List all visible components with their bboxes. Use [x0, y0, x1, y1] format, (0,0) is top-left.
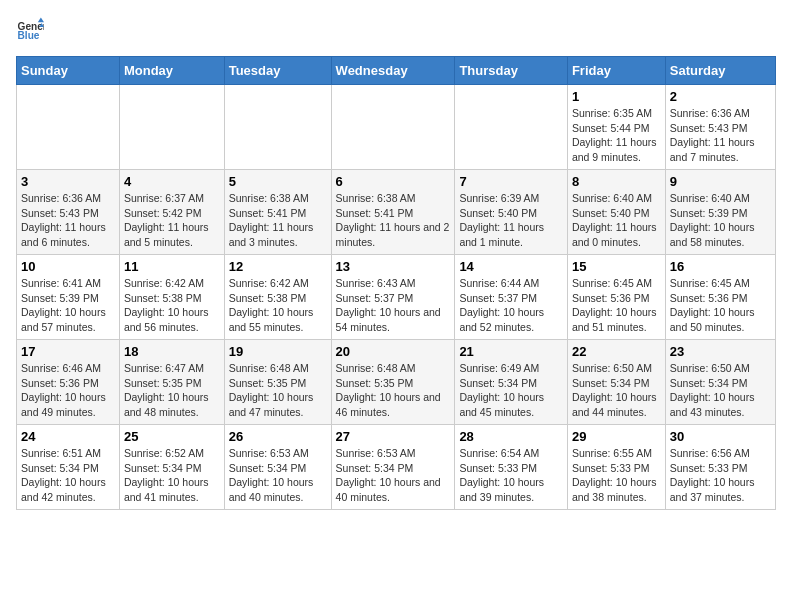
day-number: 29 [572, 429, 661, 444]
calendar-cell: 2Sunrise: 6:36 AM Sunset: 5:43 PM Daylig… [665, 85, 775, 170]
calendar-table: SundayMondayTuesdayWednesdayThursdayFrid… [16, 56, 776, 510]
calendar-cell: 18Sunrise: 6:47 AM Sunset: 5:35 PM Dayli… [119, 340, 224, 425]
calendar-week-row: 10Sunrise: 6:41 AM Sunset: 5:39 PM Dayli… [17, 255, 776, 340]
day-number: 28 [459, 429, 563, 444]
day-number: 24 [21, 429, 115, 444]
weekday-header-thursday: Thursday [455, 57, 568, 85]
calendar-cell: 27Sunrise: 6:53 AM Sunset: 5:34 PM Dayli… [331, 425, 455, 510]
weekday-header-sunday: Sunday [17, 57, 120, 85]
day-number: 9 [670, 174, 771, 189]
day-info: Sunrise: 6:50 AM Sunset: 5:34 PM Dayligh… [670, 361, 771, 420]
calendar-cell: 17Sunrise: 6:46 AM Sunset: 5:36 PM Dayli… [17, 340, 120, 425]
day-number: 1 [572, 89, 661, 104]
day-info: Sunrise: 6:38 AM Sunset: 5:41 PM Dayligh… [336, 191, 451, 250]
calendar-week-row: 3Sunrise: 6:36 AM Sunset: 5:43 PM Daylig… [17, 170, 776, 255]
day-number: 18 [124, 344, 220, 359]
calendar-cell: 6Sunrise: 6:38 AM Sunset: 5:41 PM Daylig… [331, 170, 455, 255]
day-info: Sunrise: 6:36 AM Sunset: 5:43 PM Dayligh… [670, 106, 771, 165]
day-info: Sunrise: 6:45 AM Sunset: 5:36 PM Dayligh… [670, 276, 771, 335]
calendar-cell: 10Sunrise: 6:41 AM Sunset: 5:39 PM Dayli… [17, 255, 120, 340]
calendar-cell [224, 85, 331, 170]
day-info: Sunrise: 6:47 AM Sunset: 5:35 PM Dayligh… [124, 361, 220, 420]
calendar-cell: 30Sunrise: 6:56 AM Sunset: 5:33 PM Dayli… [665, 425, 775, 510]
weekday-header-wednesday: Wednesday [331, 57, 455, 85]
day-number: 6 [336, 174, 451, 189]
day-number: 13 [336, 259, 451, 274]
day-info: Sunrise: 6:35 AM Sunset: 5:44 PM Dayligh… [572, 106, 661, 165]
day-info: Sunrise: 6:48 AM Sunset: 5:35 PM Dayligh… [229, 361, 327, 420]
day-number: 15 [572, 259, 661, 274]
day-info: Sunrise: 6:46 AM Sunset: 5:36 PM Dayligh… [21, 361, 115, 420]
logo-icon: General Blue [16, 16, 44, 44]
calendar-cell: 22Sunrise: 6:50 AM Sunset: 5:34 PM Dayli… [567, 340, 665, 425]
day-number: 14 [459, 259, 563, 274]
day-number: 2 [670, 89, 771, 104]
day-number: 7 [459, 174, 563, 189]
day-number: 27 [336, 429, 451, 444]
calendar-cell: 25Sunrise: 6:52 AM Sunset: 5:34 PM Dayli… [119, 425, 224, 510]
calendar-cell: 3Sunrise: 6:36 AM Sunset: 5:43 PM Daylig… [17, 170, 120, 255]
day-info: Sunrise: 6:39 AM Sunset: 5:40 PM Dayligh… [459, 191, 563, 250]
calendar-cell: 15Sunrise: 6:45 AM Sunset: 5:36 PM Dayli… [567, 255, 665, 340]
calendar-cell: 23Sunrise: 6:50 AM Sunset: 5:34 PM Dayli… [665, 340, 775, 425]
calendar-cell [119, 85, 224, 170]
calendar-cell: 1Sunrise: 6:35 AM Sunset: 5:44 PM Daylig… [567, 85, 665, 170]
day-number: 4 [124, 174, 220, 189]
day-info: Sunrise: 6:53 AM Sunset: 5:34 PM Dayligh… [229, 446, 327, 505]
day-number: 22 [572, 344, 661, 359]
day-info: Sunrise: 6:38 AM Sunset: 5:41 PM Dayligh… [229, 191, 327, 250]
day-number: 8 [572, 174, 661, 189]
calendar-cell [17, 85, 120, 170]
day-info: Sunrise: 6:44 AM Sunset: 5:37 PM Dayligh… [459, 276, 563, 335]
calendar-header: SundayMondayTuesdayWednesdayThursdayFrid… [17, 57, 776, 85]
day-info: Sunrise: 6:52 AM Sunset: 5:34 PM Dayligh… [124, 446, 220, 505]
day-number: 19 [229, 344, 327, 359]
day-number: 16 [670, 259, 771, 274]
calendar-cell: 20Sunrise: 6:48 AM Sunset: 5:35 PM Dayli… [331, 340, 455, 425]
weekday-header-tuesday: Tuesday [224, 57, 331, 85]
day-info: Sunrise: 6:43 AM Sunset: 5:37 PM Dayligh… [336, 276, 451, 335]
day-info: Sunrise: 6:55 AM Sunset: 5:33 PM Dayligh… [572, 446, 661, 505]
day-info: Sunrise: 6:45 AM Sunset: 5:36 PM Dayligh… [572, 276, 661, 335]
calendar-week-row: 1Sunrise: 6:35 AM Sunset: 5:44 PM Daylig… [17, 85, 776, 170]
day-info: Sunrise: 6:51 AM Sunset: 5:34 PM Dayligh… [21, 446, 115, 505]
weekday-header-monday: Monday [119, 57, 224, 85]
calendar-cell: 13Sunrise: 6:43 AM Sunset: 5:37 PM Dayli… [331, 255, 455, 340]
day-info: Sunrise: 6:48 AM Sunset: 5:35 PM Dayligh… [336, 361, 451, 420]
page-header: General Blue [16, 16, 776, 44]
logo: General Blue [16, 16, 48, 44]
day-number: 17 [21, 344, 115, 359]
weekday-header-friday: Friday [567, 57, 665, 85]
day-info: Sunrise: 6:53 AM Sunset: 5:34 PM Dayligh… [336, 446, 451, 505]
day-number: 21 [459, 344, 563, 359]
calendar-cell: 28Sunrise: 6:54 AM Sunset: 5:33 PM Dayli… [455, 425, 568, 510]
calendar-cell: 12Sunrise: 6:42 AM Sunset: 5:38 PM Dayli… [224, 255, 331, 340]
day-number: 30 [670, 429, 771, 444]
day-info: Sunrise: 6:42 AM Sunset: 5:38 PM Dayligh… [124, 276, 220, 335]
calendar-cell: 26Sunrise: 6:53 AM Sunset: 5:34 PM Dayli… [224, 425, 331, 510]
calendar-cell: 14Sunrise: 6:44 AM Sunset: 5:37 PM Dayli… [455, 255, 568, 340]
day-info: Sunrise: 6:36 AM Sunset: 5:43 PM Dayligh… [21, 191, 115, 250]
day-number: 10 [21, 259, 115, 274]
calendar-cell: 4Sunrise: 6:37 AM Sunset: 5:42 PM Daylig… [119, 170, 224, 255]
day-info: Sunrise: 6:50 AM Sunset: 5:34 PM Dayligh… [572, 361, 661, 420]
calendar-cell [455, 85, 568, 170]
day-number: 5 [229, 174, 327, 189]
day-number: 3 [21, 174, 115, 189]
calendar-cell: 9Sunrise: 6:40 AM Sunset: 5:39 PM Daylig… [665, 170, 775, 255]
day-number: 26 [229, 429, 327, 444]
calendar-week-row: 17Sunrise: 6:46 AM Sunset: 5:36 PM Dayli… [17, 340, 776, 425]
day-info: Sunrise: 6:42 AM Sunset: 5:38 PM Dayligh… [229, 276, 327, 335]
day-info: Sunrise: 6:40 AM Sunset: 5:39 PM Dayligh… [670, 191, 771, 250]
svg-text:Blue: Blue [18, 30, 40, 41]
day-number: 20 [336, 344, 451, 359]
calendar-cell: 11Sunrise: 6:42 AM Sunset: 5:38 PM Dayli… [119, 255, 224, 340]
calendar-cell: 16Sunrise: 6:45 AM Sunset: 5:36 PM Dayli… [665, 255, 775, 340]
calendar-cell: 19Sunrise: 6:48 AM Sunset: 5:35 PM Dayli… [224, 340, 331, 425]
day-info: Sunrise: 6:41 AM Sunset: 5:39 PM Dayligh… [21, 276, 115, 335]
calendar-body: 1Sunrise: 6:35 AM Sunset: 5:44 PM Daylig… [17, 85, 776, 510]
calendar-cell: 8Sunrise: 6:40 AM Sunset: 5:40 PM Daylig… [567, 170, 665, 255]
calendar-cell: 5Sunrise: 6:38 AM Sunset: 5:41 PM Daylig… [224, 170, 331, 255]
calendar-cell: 7Sunrise: 6:39 AM Sunset: 5:40 PM Daylig… [455, 170, 568, 255]
day-info: Sunrise: 6:49 AM Sunset: 5:34 PM Dayligh… [459, 361, 563, 420]
